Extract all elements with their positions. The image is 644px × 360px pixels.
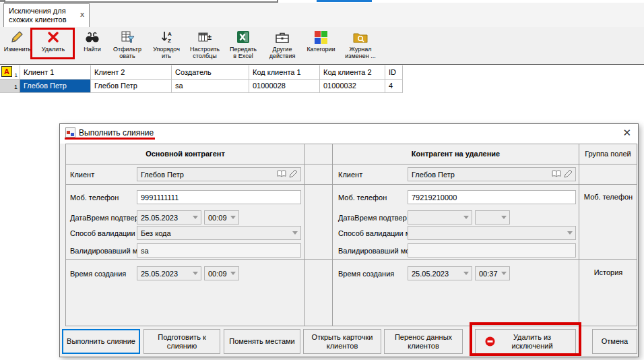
- form-icon: [65, 127, 75, 140]
- binoculars-icon: [85, 28, 100, 46]
- dialog-title: Выполнить слияние: [79, 128, 154, 138]
- label-validation-main: Способ валидации м: [70, 229, 142, 237]
- sort-az-icon: AZ: [160, 28, 172, 46]
- phone-field-secondary[interactable]: 79219210000: [408, 190, 576, 204]
- book-icon[interactable]: [277, 170, 286, 179]
- validator-field-secondary[interactable]: [408, 243, 576, 258]
- dropdown-arrow-icon[interactable]: [193, 216, 198, 219]
- dropdown-arrow-icon[interactable]: [463, 216, 469, 219]
- dropdown-arrow-icon[interactable]: [501, 216, 507, 219]
- find-button[interactable]: Найти: [78, 28, 106, 61]
- cell-id[interactable]: 4: [385, 80, 403, 93]
- label-phone-secondary: Моб. телефон: [338, 193, 387, 202]
- dropdown-arrow-icon[interactable]: [230, 216, 236, 219]
- excel-label-2: в Excel: [230, 53, 257, 59]
- tab-exceptions-similar-clients[interactable]: Исключения для схожих клиентов x: [3, 3, 90, 27]
- cell-creator[interactable]: sa: [172, 80, 249, 93]
- client-field-main[interactable]: Глебов Петр: [137, 167, 301, 181]
- created-time-value-secondary: 00:37: [479, 270, 498, 278]
- tab-close-icon[interactable]: x: [80, 10, 84, 19]
- prepare-merge-button[interactable]: Подготовить к слиянию: [143, 329, 220, 354]
- label-confirm-main: ДатаВремя подтвер: [70, 214, 139, 222]
- dropdown-arrow-icon[interactable]: [292, 231, 298, 235]
- validator-value-main: sa: [141, 247, 298, 255]
- confirm-time-main[interactable]: 00:09: [204, 210, 239, 224]
- find-label: Найти: [84, 46, 101, 53]
- edit-pencil-icon[interactable]: [289, 169, 298, 179]
- validation-combo-main[interactable]: Без кода: [137, 226, 301, 240]
- cell-code1[interactable]: 01000028: [249, 80, 320, 93]
- cancel-button[interactable]: Отмена: [592, 329, 637, 354]
- svg-text:A: A: [168, 31, 172, 37]
- swap-button[interactable]: Поменять местами: [224, 329, 300, 354]
- validator-field-main[interactable]: sa: [137, 243, 301, 258]
- pencil-icon: [10, 28, 25, 46]
- column-header-id[interactable]: ID: [385, 65, 403, 80]
- dropdown-arrow-icon[interactable]: [230, 272, 236, 275]
- label-confirm-secondary: ДатаВремя подтвер: [338, 214, 407, 222]
- client-field-secondary[interactable]: Глебов Петр: [408, 167, 576, 181]
- columns-label-2: столбцы: [190, 53, 220, 59]
- other-actions-button[interactable]: Другие действия: [263, 28, 301, 61]
- column-header-code1[interactable]: Код клиента 1: [249, 65, 320, 80]
- created-date-secondary[interactable]: 25.05.2023: [408, 266, 472, 280]
- created-date-main[interactable]: 25.05.2023: [137, 266, 201, 280]
- dropdown-arrow-icon[interactable]: [463, 272, 469, 275]
- actions-label-1: Другие: [269, 46, 296, 53]
- column-header-client1[interactable]: Клиент 1: [20, 65, 91, 80]
- confirm-date-value-main: 25.05.2023: [141, 214, 190, 222]
- header-main-counterparty: Основной контрагент: [66, 144, 305, 164]
- cell-client2[interactable]: Глебов Петр: [91, 80, 172, 93]
- sort-button[interactable]: AZ Упорядоч ить: [149, 28, 184, 61]
- confirm-date-main[interactable]: 25.05.2023: [137, 210, 201, 224]
- book-icon[interactable]: [552, 170, 561, 179]
- client-row-separator-cell: [305, 164, 333, 185]
- filter-label-2: овать: [113, 53, 141, 59]
- change-log-button[interactable]: Журнал изменен ...: [341, 28, 380, 61]
- column-header-creator[interactable]: Создатель: [172, 65, 249, 80]
- tab-title-line2: схожих клиентов: [9, 16, 85, 24]
- cell-code2[interactable]: 01000032: [320, 80, 385, 93]
- sort-label-1: Упорядоч: [153, 46, 180, 53]
- categories-label: Категории: [307, 46, 335, 53]
- column-header-code2[interactable]: Код клиента 2: [320, 65, 385, 80]
- created-time-secondary[interactable]: 00:37: [475, 266, 510, 280]
- edit-button[interactable]: Изменить: [4, 28, 31, 61]
- label-created-main: Время создания: [70, 270, 126, 278]
- validation-combo-secondary[interactable]: [408, 226, 576, 240]
- delete-x-icon: [47, 28, 59, 46]
- cell-client1-selected[interactable]: Глебов Петр: [20, 80, 91, 93]
- dropdown-arrow-icon[interactable]: [193, 272, 198, 275]
- column-header-client2[interactable]: Клиент 2: [91, 65, 172, 80]
- header-delete-counterparty: Контрагент на удаление: [333, 144, 579, 164]
- grid-corner-number: 1: [15, 72, 18, 78]
- phone-field-main[interactable]: 9991111111: [137, 190, 301, 204]
- grid-corner-cell[interactable]: A 1: [0, 65, 20, 80]
- confirm-time-value-main: 00:09: [208, 214, 228, 222]
- filter-button[interactable]: Отфильтр овать: [108, 28, 147, 61]
- row-header[interactable]: 1: [0, 80, 20, 93]
- delete-button[interactable]: Удалить: [34, 28, 73, 61]
- confirm-time-secondary[interactable]: [475, 210, 510, 224]
- open-cards-button[interactable]: Открыть карточки клиентов: [303, 329, 381, 354]
- dialog-close-icon[interactable]: ✕: [622, 127, 631, 139]
- created-time-main[interactable]: 00:09: [204, 266, 239, 280]
- edit-pencil-icon[interactable]: [564, 169, 573, 179]
- transfer-data-button[interactable]: Перенос данных клиентов: [384, 329, 463, 354]
- dropdown-arrow-icon[interactable]: [567, 231, 573, 235]
- export-excel-button[interactable]: Передать в Excel: [225, 28, 261, 61]
- group-label-phone: Моб. телефон: [579, 193, 637, 201]
- created-date-value-secondary: 25.05.2023: [412, 270, 461, 278]
- svg-text:Z: Z: [168, 38, 171, 44]
- history-separator-cell: [305, 260, 333, 326]
- dropdown-arrow-icon[interactable]: [501, 272, 507, 275]
- merge-button[interactable]: Выполнить слияние: [62, 329, 140, 354]
- columns-button[interactable]: ± Настроить столбцы: [186, 28, 224, 61]
- categories-button[interactable]: Категории: [302, 28, 340, 61]
- label-validator-secondary: Валидировавший мо: [338, 247, 410, 255]
- remove-from-exceptions-button[interactable]: Удалить из исключений: [475, 329, 576, 354]
- client-row-group-cell: [579, 164, 637, 185]
- phone-value-main: 9991111111: [141, 193, 298, 202]
- confirm-date-secondary[interactable]: [408, 210, 472, 224]
- journal-label-2: изменен ...: [345, 53, 375, 59]
